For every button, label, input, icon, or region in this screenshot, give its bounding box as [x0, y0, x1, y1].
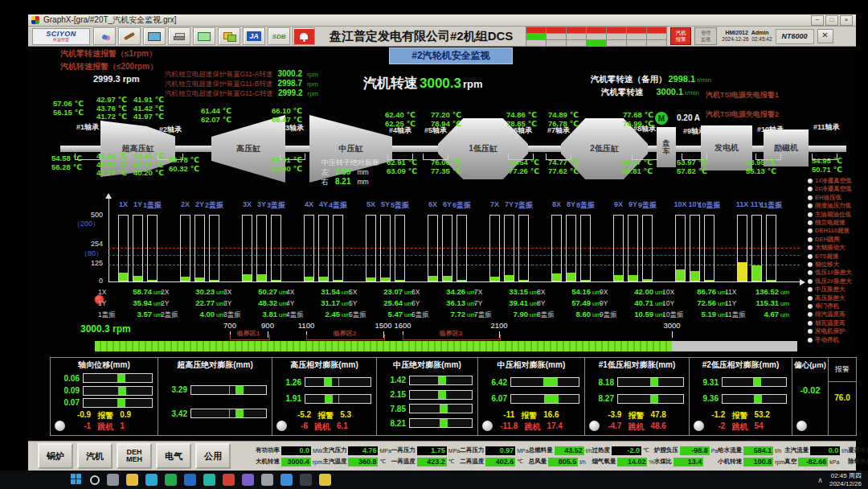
users-icon[interactable]: ☻: [93, 27, 116, 45]
turbine-alarm-button[interactable]: 汽机 报警: [670, 27, 691, 45]
close-button[interactable]: ×: [840, 15, 853, 26]
telemetry-unit: ℃: [643, 447, 649, 454]
ja-logo-icon[interactable]: JA: [243, 27, 265, 45]
temp-value: 56.15 ℃: [53, 109, 84, 117]
temp-group-b2b: 59.78 ℃60.32 ℃: [169, 156, 199, 173]
alarm-indicator-icon: [808, 179, 813, 183]
telemetry-column: 总燃料量43.52t/h总风量805.5t/h: [529, 446, 592, 466]
toolbar-close-button[interactable]: ✕: [817, 29, 833, 43]
minimize-button[interactable]: −: [811, 15, 824, 26]
vt-point-label: 11X: [725, 288, 747, 297]
vt-unit: um: [780, 289, 789, 296]
nav-button-DEH[interactable]: DEHMEH: [117, 443, 152, 469]
vt-point-label: 2X: [161, 288, 182, 297]
app-icon[interactable]: [261, 474, 273, 486]
temp-value: 77.35 ℃: [431, 167, 461, 176]
alarm-low: -0.9: [77, 410, 91, 421]
alarm-indicator-icon: [808, 228, 813, 233]
app-icon[interactable]: [184, 474, 196, 486]
taskview-icon[interactable]: [107, 474, 119, 486]
alarm-grid-cell: [627, 27, 646, 33]
app-icon[interactable]: [223, 474, 235, 486]
alarm-indicator-icon: [808, 262, 813, 267]
ip-exp-unit: mm: [357, 168, 368, 177]
file-explorer-icon[interactable]: [126, 474, 138, 486]
vibration-table-row: 2X30.23um: [161, 286, 225, 297]
browser-icon[interactable]: [145, 474, 158, 486]
maximize-button[interactable]: □: [825, 15, 838, 26]
alarm-indicator-icon: [808, 329, 813, 334]
vibration-table-group-6: 6X34.26um6Y36.13um6盖振7.72um: [411, 286, 476, 319]
temp-value: 43.45 ℃: [133, 152, 164, 161]
printer-icon[interactable]: [168, 27, 190, 45]
nav-button-电气[interactable]: 电气: [156, 443, 191, 469]
nav-button-公用[interactable]: 公用: [195, 443, 231, 469]
gauge-row: 3.29: [163, 385, 267, 395]
temp-value: 57.82 ℃: [677, 167, 707, 176]
gauge-value: 3.29: [163, 385, 187, 394]
app-icon[interactable]: [300, 474, 312, 486]
nav-button-汽机[interactable]: 汽机: [77, 443, 113, 469]
gauge-value: 0.07: [55, 398, 80, 407]
telemetry-column: 主汽压力4.76MPa主汽温度360.8℃: [322, 446, 391, 466]
temp-value: 80.81 ℃: [622, 167, 653, 176]
vt-value: 31.17: [308, 298, 340, 307]
telemetry-row: 一再温度423.2℃: [391, 458, 460, 466]
telemetry-row: 真空-82.66kPa: [784, 458, 848, 466]
vt-value: 54.16: [559, 287, 591, 296]
alarm-bell-icon[interactable]: [293, 27, 315, 45]
sdb-logo-icon[interactable]: SDB: [268, 27, 290, 45]
app-icon[interactable]: [280, 474, 293, 486]
temp-value: 62.07 ℃: [201, 116, 231, 125]
trip-limits-row: -6跳机6.1: [277, 421, 371, 433]
trip-high: 17.4: [547, 421, 562, 433]
tray-chevron-icon[interactable]: ∧: [817, 476, 823, 484]
telemetry-row: 给水流量584.1t/h: [718, 446, 784, 455]
bar-fill: [381, 277, 390, 281]
app-icon[interactable]: [319, 474, 331, 486]
vibration-table-group-8: 8X54.16um8Y57.49um8盖振8.60um: [537, 286, 601, 319]
alarm-item-label: DEH跳闸: [815, 236, 840, 244]
main-speed-value: 3000.3: [420, 76, 461, 92]
alarm-grid-cell: [587, 27, 606, 33]
monitor-icon[interactable]: [193, 27, 215, 45]
gauge-area: 1.422.157.858.21: [382, 371, 473, 433]
gauge-bar: [409, 404, 473, 413]
speed-progress-track: [95, 341, 797, 351]
tools-icon[interactable]: [118, 27, 141, 45]
temp-group-b8t: 77.68 ℃76.99 ℃: [623, 111, 653, 128]
telemetry-unit: rpm: [313, 459, 322, 465]
temp-group-b4b: 62.91 ℃63.09 ℃: [387, 158, 417, 175]
telemetry-unit: t/h: [841, 448, 848, 454]
vt-point-label: 7盖振: [474, 310, 496, 319]
main-speed-label: 汽机转速: [363, 74, 418, 92]
g11-value: 3000.2: [277, 69, 302, 78]
telemetry-unit: Pa: [711, 448, 719, 454]
panel-title: #1低压相对膨胀(mm): [590, 360, 684, 371]
alarm-limits-row: -3.9报警47.8: [590, 410, 684, 421]
zero-speed-row: 汽机零转速 3000.1 r/min: [601, 87, 699, 98]
graphx-app-icon: [31, 16, 39, 24]
search-icon[interactable]: [90, 475, 100, 485]
temp-value: 74.86 ℃: [506, 111, 537, 120]
gauge-value: 1.26: [277, 378, 301, 387]
start-icon[interactable]: [71, 474, 83, 486]
folders-icon[interactable]: [218, 27, 240, 45]
gauge-bar: [617, 394, 684, 404]
telemetry-value: 402.6: [485, 458, 515, 466]
app-icon[interactable]: [165, 474, 177, 486]
nav-button-锅炉[interactable]: 锅炉: [38, 443, 73, 469]
telemetry-value: 584.1: [743, 446, 773, 455]
vibration-table-row: 7盖振7.90um: [474, 308, 538, 319]
critical-zone-label-3: 临界区3: [440, 329, 462, 338]
start-pane: [71, 474, 76, 479]
mode-box[interactable]: 管理 监视: [694, 27, 717, 45]
app-icon[interactable]: [203, 474, 215, 486]
speed-tick-label-2100: 2100: [490, 321, 507, 330]
app-icon[interactable]: [242, 474, 254, 486]
y-axis-arrow-icon: [105, 193, 112, 199]
db-glyph: [148, 32, 161, 41]
database-icon[interactable]: [143, 27, 166, 45]
session-info: HMI2012 Admin 2024-12-26 02:45:42: [722, 29, 772, 43]
speed-tick-label-1100: 1100: [298, 321, 314, 330]
